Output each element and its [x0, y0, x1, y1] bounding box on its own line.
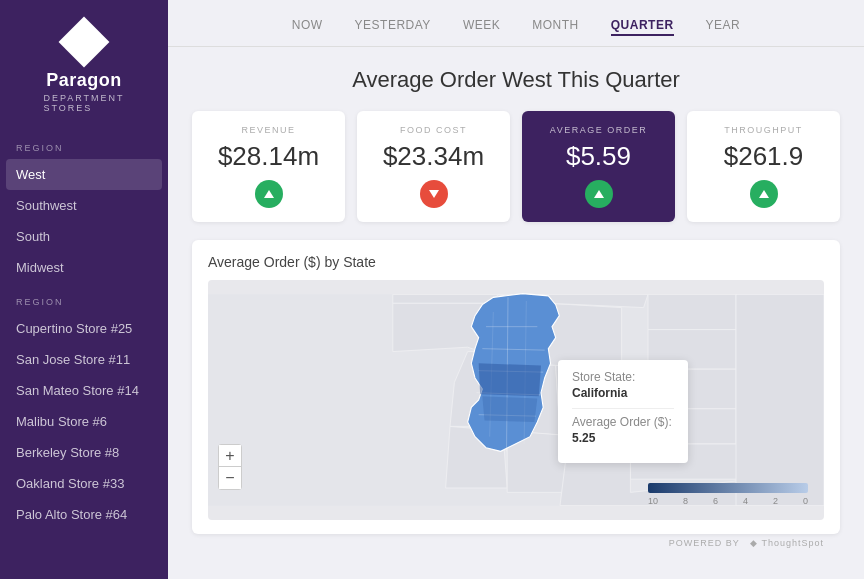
svg-rect-5 [736, 294, 824, 505]
branding-text: POWERED BY [669, 538, 740, 548]
nav-month[interactable]: MONTH [532, 16, 579, 36]
app-subtitle: DEPARTMENTSTORES [43, 93, 124, 113]
map-legend: 10 8 6 4 2 0 [648, 483, 808, 506]
avg-order-value: $5.59 [538, 141, 659, 172]
top-navigation: NOW YESTERDAY WEEK MONTH QUARTER YEAR [168, 0, 864, 47]
nav-quarter[interactable]: QUARTER [611, 16, 674, 36]
tooltip-metric-label: Average Order ($): [572, 415, 674, 429]
throughput-trend-badge [750, 180, 778, 208]
metrics-row: REVENUE $28.14m FOOD COST $23.34m [192, 111, 840, 222]
legend-label-0: 0 [803, 496, 808, 506]
sidebar-item-cupertino[interactable]: Cupertino Store #25 [0, 313, 168, 344]
food-cost-value: $23.34m [373, 141, 494, 172]
map-title: Average Order ($) by State [208, 254, 824, 270]
revenue-trend-badge [255, 180, 283, 208]
metric-card-average-order: AVERAGE ORDER $5.59 [522, 111, 675, 222]
down-arrow-icon [428, 188, 440, 200]
avg-order-trend-badge [585, 180, 613, 208]
region-section-label: REGION [0, 129, 168, 159]
sidebar-item-san-mateo[interactable]: San Mateo Store #14 [0, 375, 168, 406]
map-zoom-out-button[interactable]: − [219, 467, 241, 489]
metric-card-throughput: THROUGHPUT $261.9 [687, 111, 840, 222]
sidebar-item-san-jose[interactable]: San Jose Store #11 [0, 344, 168, 375]
metric-card-revenue: REVENUE $28.14m [192, 111, 345, 222]
legend-labels: 10 8 6 4 2 0 [648, 496, 808, 506]
app-name: Paragon [46, 70, 122, 91]
main-content: NOW YESTERDAY WEEK MONTH QUARTER YEAR Av… [168, 0, 864, 579]
logo-diamond [59, 17, 110, 68]
map-zoom-controls: + − [218, 444, 242, 490]
avg-order-label: AVERAGE ORDER [538, 125, 659, 135]
metric-card-food-cost: FOOD COST $23.34m [357, 111, 510, 222]
logo: Paragon DEPARTMENTSTORES [0, 0, 168, 129]
svg-marker-3 [759, 190, 769, 198]
legend-label-4: 4 [743, 496, 748, 506]
sidebar-item-west[interactable]: West [6, 159, 162, 190]
branding-logo: ◆ [750, 538, 758, 548]
svg-marker-1 [429, 190, 439, 198]
nav-now[interactable]: NOW [292, 16, 323, 36]
legend-label-10: 10 [648, 496, 658, 506]
up-arrow-icon-3 [758, 188, 770, 200]
tooltip-state-label: Store State: [572, 370, 674, 384]
map-tooltip: Store State: California Average Order ($… [558, 360, 688, 463]
sidebar-item-oakland[interactable]: Oakland Store #33 [0, 468, 168, 499]
sidebar-item-southwest[interactable]: Southwest [0, 190, 168, 221]
branding-brand: ThoughtSpot [761, 538, 824, 548]
map-section: Average Order ($) by State [192, 240, 840, 534]
sidebar-item-malibu[interactable]: Malibu Store #6 [0, 406, 168, 437]
tooltip-state-value: California [572, 386, 674, 400]
legend-label-8: 8 [683, 496, 688, 506]
up-arrow-icon [263, 188, 275, 200]
content-area: Average Order West This Quarter REVENUE … [168, 47, 864, 579]
sidebar-item-berkeley[interactable]: Berkeley Store #8 [0, 437, 168, 468]
map-zoom-in-button[interactable]: + [219, 445, 241, 467]
sidebar-item-palo-alto[interactable]: Palo Alto Store #64 [0, 499, 168, 530]
food-cost-trend-badge [420, 180, 448, 208]
stores-section-label: REGION [0, 283, 168, 313]
throughput-label: THROUGHPUT [703, 125, 824, 135]
tooltip-metric-value: 5.25 [572, 431, 674, 445]
sidebar-item-south[interactable]: South [0, 221, 168, 252]
sidebar-item-midwest[interactable]: Midwest [0, 252, 168, 283]
food-cost-label: FOOD COST [373, 125, 494, 135]
nav-yesterday[interactable]: YESTERDAY [355, 16, 431, 36]
nav-year[interactable]: YEAR [706, 16, 741, 36]
branding-footer: POWERED BY ◆ ThoughtSpot [192, 534, 840, 548]
throughput-value: $261.9 [703, 141, 824, 172]
svg-marker-0 [264, 190, 274, 198]
svg-marker-2 [594, 190, 604, 198]
sidebar: Paragon DEPARTMENTSTORES REGION West Sou… [0, 0, 168, 579]
legend-color-bar [648, 483, 808, 493]
tooltip-divider [572, 408, 674, 409]
revenue-value: $28.14m [208, 141, 329, 172]
up-arrow-icon-2 [593, 188, 605, 200]
legend-label-6: 6 [713, 496, 718, 506]
page-title: Average Order West This Quarter [192, 67, 840, 93]
map-container[interactable]: Store State: California Average Order ($… [208, 280, 824, 520]
nav-week[interactable]: WEEK [463, 16, 500, 36]
revenue-label: REVENUE [208, 125, 329, 135]
legend-label-2: 2 [773, 496, 778, 506]
